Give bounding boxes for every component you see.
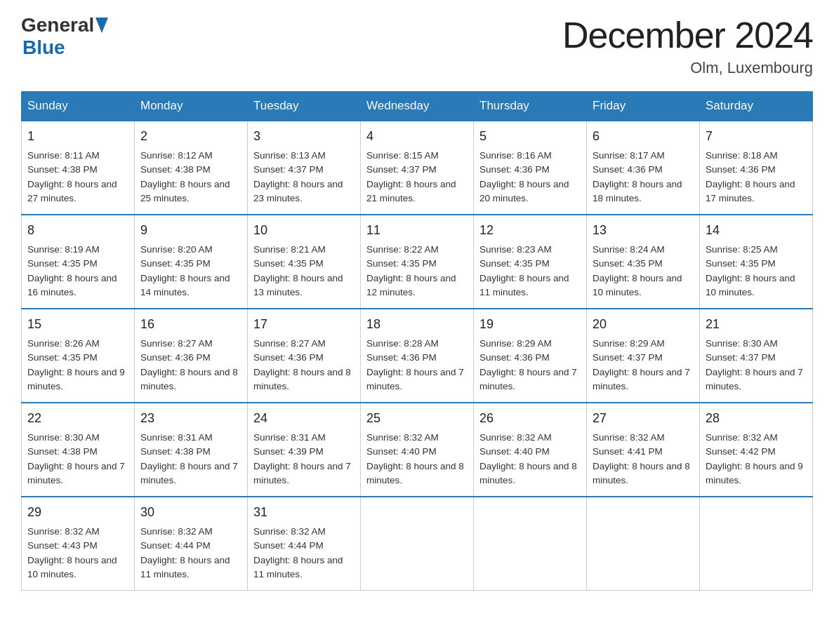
col-friday: Friday	[587, 92, 700, 121]
day-number: 14	[706, 221, 807, 240]
sunset-text: Sunset: 4:35 PM	[366, 258, 437, 269]
sunrise-text: Sunrise: 8:21 AM	[253, 244, 326, 255]
logo: General Blue	[21, 14, 108, 59]
daylight-text: Daylight: 8 hours and 12 minutes.	[366, 273, 456, 297]
sunrise-text: Sunrise: 8:32 AM	[366, 432, 439, 443]
table-row: 3 Sunrise: 8:13 AM Sunset: 4:37 PM Dayli…	[248, 121, 361, 215]
sunset-text: Sunset: 4:37 PM	[366, 164, 437, 175]
day-number: 11	[366, 221, 468, 240]
day-number: 24	[253, 409, 355, 428]
sunset-text: Sunset: 4:37 PM	[593, 352, 663, 363]
table-row	[474, 497, 587, 591]
table-row: 4 Sunrise: 8:15 AM Sunset: 4:37 PM Dayli…	[361, 121, 474, 215]
table-row: 31 Sunrise: 8:32 AM Sunset: 4:44 PM Dayl…	[248, 497, 361, 591]
daylight-text: Daylight: 8 hours and 18 minutes.	[593, 179, 682, 203]
day-number: 20	[593, 315, 694, 334]
table-row: 9 Sunrise: 8:20 AM Sunset: 4:35 PM Dayli…	[135, 215, 248, 309]
location: Olm, Luxembourg	[562, 59, 813, 77]
sunset-text: Sunset: 4:38 PM	[140, 446, 211, 457]
daylight-text: Daylight: 8 hours and 9 minutes.	[27, 367, 125, 391]
day-number: 7	[706, 127, 807, 146]
sunrise-text: Sunrise: 8:29 AM	[593, 338, 665, 349]
daylight-text: Daylight: 8 hours and 17 minutes.	[706, 179, 795, 203]
table-row: 17 Sunrise: 8:27 AM Sunset: 4:36 PM Dayl…	[248, 309, 361, 403]
sunset-text: Sunset: 4:35 PM	[706, 258, 776, 269]
day-number: 4	[366, 127, 468, 146]
sunrise-text: Sunrise: 8:30 AM	[27, 432, 100, 443]
table-row: 13 Sunrise: 8:24 AM Sunset: 4:35 PM Dayl…	[587, 215, 700, 309]
daylight-text: Daylight: 8 hours and 13 minutes.	[253, 273, 343, 297]
table-row: 12 Sunrise: 8:23 AM Sunset: 4:35 PM Dayl…	[474, 215, 587, 309]
table-row: 30 Sunrise: 8:32 AM Sunset: 4:44 PM Dayl…	[135, 497, 248, 591]
table-row: 19 Sunrise: 8:29 AM Sunset: 4:36 PM Dayl…	[474, 309, 587, 403]
table-row: 26 Sunrise: 8:32 AM Sunset: 4:40 PM Dayl…	[474, 403, 587, 497]
sunrise-text: Sunrise: 8:26 AM	[27, 338, 100, 349]
sunset-text: Sunset: 4:41 PM	[593, 446, 663, 457]
title-block: December 2024 Olm, Luxembourg	[562, 14, 813, 77]
logo-general-text: General	[21, 14, 94, 36]
day-number: 18	[366, 315, 468, 334]
daylight-text: Daylight: 8 hours and 16 minutes.	[27, 273, 117, 297]
col-saturday: Saturday	[700, 92, 813, 121]
table-row	[700, 497, 813, 591]
day-number: 2	[140, 127, 241, 146]
col-thursday: Thursday	[474, 92, 587, 121]
sunrise-text: Sunrise: 8:32 AM	[27, 526, 100, 537]
day-number: 23	[140, 409, 241, 428]
sunset-text: Sunset: 4:36 PM	[253, 352, 324, 363]
calendar-table: Sunday Monday Tuesday Wednesday Thursday…	[21, 91, 813, 591]
table-row: 20 Sunrise: 8:29 AM Sunset: 4:37 PM Dayl…	[587, 309, 700, 403]
sunset-text: Sunset: 4:36 PM	[366, 352, 437, 363]
table-row: 24 Sunrise: 8:31 AM Sunset: 4:39 PM Dayl…	[248, 403, 361, 497]
logo-blue-text: Blue	[22, 36, 65, 59]
sunset-text: Sunset: 4:35 PM	[140, 258, 211, 269]
sunset-text: Sunset: 4:37 PM	[706, 352, 776, 363]
day-number: 31	[253, 503, 355, 522]
sunrise-text: Sunrise: 8:29 AM	[479, 338, 552, 349]
day-number: 3	[253, 127, 355, 146]
table-row	[361, 497, 474, 591]
sunset-text: Sunset: 4:36 PM	[479, 164, 550, 175]
table-row: 14 Sunrise: 8:25 AM Sunset: 4:35 PM Dayl…	[700, 215, 813, 309]
daylight-text: Daylight: 8 hours and 8 minutes.	[253, 367, 351, 391]
sunset-text: Sunset: 4:38 PM	[140, 164, 211, 175]
day-number: 13	[593, 221, 694, 240]
sunrise-text: Sunrise: 8:15 AM	[366, 150, 439, 161]
sunrise-text: Sunrise: 8:28 AM	[366, 338, 439, 349]
table-row: 28 Sunrise: 8:32 AM Sunset: 4:42 PM Dayl…	[700, 403, 813, 497]
daylight-text: Daylight: 8 hours and 8 minutes.	[593, 461, 690, 485]
daylight-text: Daylight: 8 hours and 7 minutes.	[27, 461, 125, 485]
day-number: 30	[140, 503, 241, 522]
calendar-header-row: Sunday Monday Tuesday Wednesday Thursday…	[22, 92, 813, 121]
daylight-text: Daylight: 8 hours and 7 minutes.	[140, 461, 238, 485]
table-row: 10 Sunrise: 8:21 AM Sunset: 4:35 PM Dayl…	[248, 215, 361, 309]
table-row: 21 Sunrise: 8:30 AM Sunset: 4:37 PM Dayl…	[700, 309, 813, 403]
sunrise-text: Sunrise: 8:12 AM	[140, 150, 213, 161]
daylight-text: Daylight: 8 hours and 14 minutes.	[140, 273, 230, 297]
table-row: 27 Sunrise: 8:32 AM Sunset: 4:41 PM Dayl…	[587, 403, 700, 497]
calendar-week-row: 8 Sunrise: 8:19 AM Sunset: 4:35 PM Dayli…	[22, 215, 813, 309]
sunrise-text: Sunrise: 8:18 AM	[706, 150, 778, 161]
table-row: 11 Sunrise: 8:22 AM Sunset: 4:35 PM Dayl…	[361, 215, 474, 309]
sunset-text: Sunset: 4:37 PM	[253, 164, 324, 175]
sunset-text: Sunset: 4:35 PM	[479, 258, 550, 269]
day-number: 12	[479, 221, 581, 240]
daylight-text: Daylight: 8 hours and 7 minutes.	[593, 367, 690, 391]
table-row: 29 Sunrise: 8:32 AM Sunset: 4:43 PM Dayl…	[22, 497, 135, 591]
day-number: 5	[479, 127, 581, 146]
table-row: 5 Sunrise: 8:16 AM Sunset: 4:36 PM Dayli…	[474, 121, 587, 215]
sunset-text: Sunset: 4:36 PM	[706, 164, 776, 175]
daylight-text: Daylight: 8 hours and 27 minutes.	[27, 179, 117, 203]
sunrise-text: Sunrise: 8:20 AM	[140, 244, 213, 255]
sunset-text: Sunset: 4:35 PM	[593, 258, 663, 269]
daylight-text: Daylight: 8 hours and 20 minutes.	[479, 179, 569, 203]
sunrise-text: Sunrise: 8:32 AM	[593, 432, 665, 443]
sunset-text: Sunset: 4:40 PM	[479, 446, 550, 457]
table-row: 1 Sunrise: 8:11 AM Sunset: 4:38 PM Dayli…	[22, 121, 135, 215]
sunrise-text: Sunrise: 8:24 AM	[593, 244, 665, 255]
daylight-text: Daylight: 8 hours and 10 minutes.	[706, 273, 795, 297]
daylight-text: Daylight: 8 hours and 25 minutes.	[140, 179, 230, 203]
calendar-week-row: 15 Sunrise: 8:26 AM Sunset: 4:35 PM Dayl…	[22, 309, 813, 403]
sunset-text: Sunset: 4:44 PM	[140, 540, 211, 551]
page-header: General Blue December 2024 Olm, Luxembou…	[21, 14, 813, 77]
